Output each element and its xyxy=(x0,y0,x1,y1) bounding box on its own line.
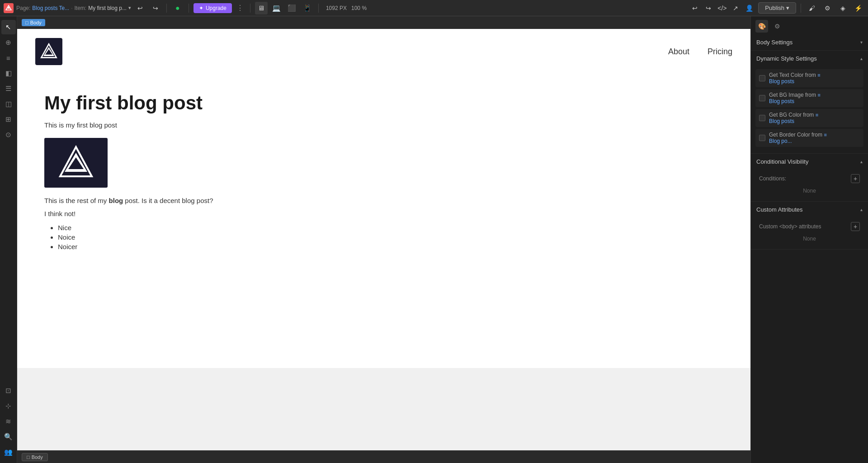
add-condition-button[interactable]: + xyxy=(851,174,860,183)
toolbar: Page: Blog posts Te... · Item: My first … xyxy=(0,0,868,16)
item-name: My first blog p... xyxy=(88,5,127,11)
left-icon-search[interactable]: 🔍 xyxy=(1,430,16,444)
divider-4 xyxy=(318,4,319,13)
item-dropdown-button[interactable]: ▾ xyxy=(128,5,131,11)
conditions-row: Conditions: + xyxy=(755,172,863,185)
left-icon-pages[interactable]: ≡ xyxy=(1,51,16,65)
bottom-body-icon: □ xyxy=(27,454,30,460)
dynamic-border-color-item[interactable]: Get Border Color from ≡ Blog po... xyxy=(755,129,863,147)
custom-attributes-chevron-icon: ▴ xyxy=(860,207,863,212)
right-style-tab[interactable]: 🎨 xyxy=(755,20,768,33)
dynamic-text-color-checkbox[interactable] xyxy=(759,75,765,81)
zoom-unit: PX xyxy=(340,5,347,11)
tablet-wide-device-button[interactable]: ⬛ xyxy=(286,2,298,14)
left-icon-grid[interactable]: ⊞ xyxy=(1,112,16,127)
zoom-percent-unit: % xyxy=(362,5,367,11)
dynamic-bg-image-text: Get BG Image from ≡ Blog posts xyxy=(769,92,860,104)
publish-button[interactable]: Publish ▾ xyxy=(758,2,796,14)
body-settings-label: Body Settings xyxy=(756,39,793,46)
page-nav: About Pricing xyxy=(17,29,750,74)
canvas-body-label[interactable]: □ Body xyxy=(22,19,45,26)
circle-check-icon[interactable]: ● xyxy=(171,2,184,14)
dynamic-bg-color-text: Get BG Color from ≡ Blog posts xyxy=(769,112,860,124)
canvas-label-text: Body xyxy=(30,20,42,25)
left-icon-select[interactable]: ⊡ xyxy=(1,383,16,398)
paint-icon[interactable]: 🖌 xyxy=(806,2,818,14)
undo-icon[interactable]: ↩ xyxy=(689,2,701,14)
right-panel: 🎨 ⚙ Body Settings ▾ Dynamic Style Settin… xyxy=(750,16,868,463)
dynamic-border-color-source-icon: ≡ xyxy=(824,132,826,137)
dynamic-style-header[interactable]: Dynamic Style Settings ▴ xyxy=(751,51,868,66)
left-icon-rows[interactable]: ≋ xyxy=(1,414,16,429)
blog-intro: This is my first blog post xyxy=(44,121,723,129)
list-item: Noicer xyxy=(58,243,723,250)
list-item: Noice xyxy=(58,233,723,241)
page-name[interactable]: Blog posts Te... xyxy=(32,5,69,11)
right-settings-tab[interactable]: ⚙ xyxy=(771,20,783,33)
blog-think: I think not! xyxy=(44,210,723,217)
redo-icon[interactable]: ↪ xyxy=(702,2,715,14)
conditional-visibility-content: Conditions: + None xyxy=(751,170,868,201)
user-icon[interactable]: 👤 xyxy=(743,2,755,14)
external-link-icon[interactable]: ↗ xyxy=(729,2,742,14)
left-sidebar: ↖ ⊕ ≡ ◧ ☰ ◫ ⊞ ⊙ ⊡ ⊹ ≋ 🔍 👥 xyxy=(0,16,17,463)
left-icon-add[interactable]: ⊕ xyxy=(1,35,16,50)
publish-chevron-icon: ▾ xyxy=(786,5,789,11)
laptop-device-button[interactable]: 💻 xyxy=(270,2,283,14)
conditions-label: Conditions: xyxy=(759,175,786,182)
publish-label: Publish xyxy=(765,5,784,11)
left-icon-layout[interactable]: ◧ xyxy=(1,66,16,80)
custom-attributes-label: Custom Attributes xyxy=(756,206,803,213)
left-icon-users[interactable]: 👥 xyxy=(1,445,16,459)
canvas-frame[interactable]: About Pricing My first blog post This is… xyxy=(17,29,750,450)
list-item: Nice xyxy=(58,224,723,232)
divider-2 xyxy=(189,4,189,13)
code-icon[interactable]: </> xyxy=(716,2,728,14)
left-icon-nodes[interactable]: ⊹ xyxy=(1,399,16,413)
bottom-body-tag[interactable]: □ Body xyxy=(22,453,48,461)
blog-image xyxy=(44,138,108,188)
app-logo[interactable] xyxy=(4,3,14,13)
tablet-device-button[interactable]: 📱 xyxy=(301,2,314,14)
body-settings-header[interactable]: Body Settings ▾ xyxy=(751,34,868,50)
dynamic-bg-color-item[interactable]: Get BG Color from ≡ Blog posts xyxy=(755,109,863,127)
nav-pricing-link[interactable]: Pricing xyxy=(708,47,732,57)
canvas-label-icon: □ xyxy=(25,20,28,25)
dynamic-border-color-source: Blog po... xyxy=(769,138,860,144)
dynamic-border-color-label: Get Border Color from xyxy=(769,132,822,138)
zoom-percent: 100 xyxy=(351,5,360,11)
more-options-icon[interactable]: ⋮ xyxy=(235,4,245,12)
add-custom-attr-button[interactable]: + xyxy=(851,222,860,231)
desktop-device-button[interactable]: 🖥 xyxy=(255,2,268,14)
dynamic-text-color-source-icon: ≡ xyxy=(817,72,820,78)
left-icon-menu[interactable]: ☰ xyxy=(1,81,16,96)
breadcrumb: Page: Blog posts Te... · Item: My first … xyxy=(16,5,131,11)
site-logo xyxy=(35,38,62,65)
zoom-info: 1092 PX 100 % xyxy=(323,5,369,11)
settings-icon[interactable]: ⚙ xyxy=(821,2,834,14)
dynamic-bg-image-checkbox[interactable] xyxy=(759,95,765,101)
lightning-icon[interactable]: ⚡ xyxy=(852,2,864,14)
dynamic-text-color-item[interactable]: Get Text Color from ≡ Blog posts xyxy=(755,69,863,87)
upgrade-button[interactable]: ✦ Upgrade xyxy=(193,3,232,13)
page-label: Page: xyxy=(16,5,30,11)
dynamic-text-color-text: Get Text Color from ≡ Blog posts xyxy=(769,72,860,85)
nav-about-link[interactable]: About xyxy=(668,47,689,57)
left-icon-pointer[interactable]: ↖ xyxy=(1,20,16,34)
canvas-label-bar: □ Body xyxy=(17,16,750,29)
forward-icon[interactable]: ↪ xyxy=(149,2,162,14)
left-icon-target[interactable]: ⊙ xyxy=(1,128,16,142)
back-icon[interactable]: ↩ xyxy=(134,2,146,14)
conditional-visibility-label: Conditional Visibility xyxy=(756,158,808,165)
nav-links: About Pricing xyxy=(668,47,732,57)
left-icon-components[interactable]: ◫ xyxy=(1,97,16,111)
dynamic-style-content: Get Text Color from ≡ Blog posts Get BG … xyxy=(751,66,868,153)
layers-icon[interactable]: ◈ xyxy=(836,2,849,14)
conditional-visibility-header[interactable]: Conditional Visibility ▴ xyxy=(751,154,868,170)
dynamic-border-color-checkbox[interactable] xyxy=(759,135,765,141)
dynamic-bg-image-item[interactable]: Get BG Image from ≡ Blog posts xyxy=(755,89,863,107)
custom-attrs-none: None xyxy=(755,233,863,245)
dynamic-bg-image-source-icon: ≡ xyxy=(817,92,820,98)
custom-attributes-header[interactable]: Custom Attributes ▴ xyxy=(751,202,868,217)
dynamic-bg-color-checkbox[interactable] xyxy=(759,115,765,121)
